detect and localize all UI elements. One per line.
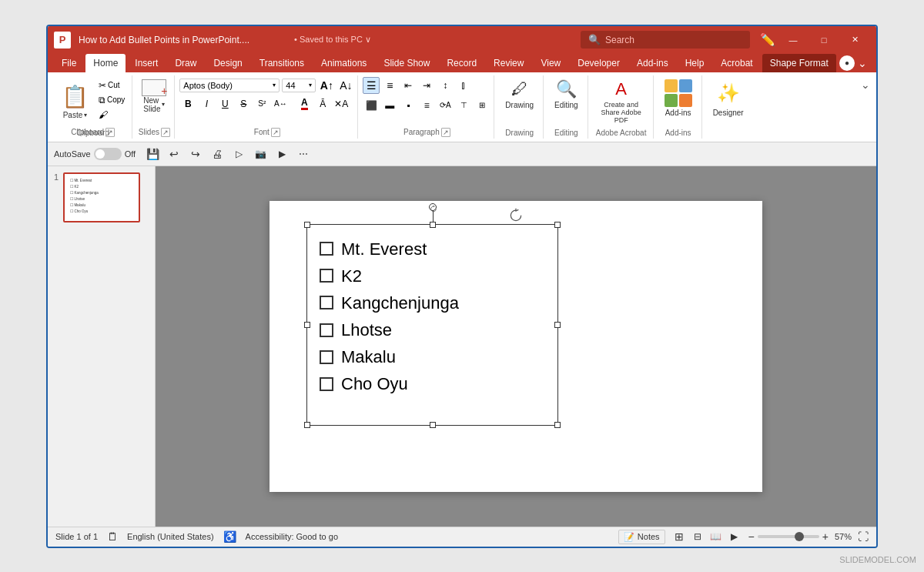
- slide-show-view-button[interactable]: ▶: [727, 529, 742, 544]
- slide-sorter-button[interactable]: ⊟: [690, 529, 705, 544]
- search-box[interactable]: 🔍: [581, 31, 750, 49]
- tab-add-ins[interactable]: Add-ins: [629, 54, 676, 72]
- character-spacing-button[interactable]: A↔: [272, 95, 289, 112]
- tab-transitions[interactable]: Transitions: [252, 54, 312, 72]
- decrease-indent-button[interactable]: ⇤: [400, 77, 417, 94]
- numbering-button[interactable]: ≡: [381, 77, 398, 94]
- clear-formatting-button[interactable]: ✕A: [333, 95, 350, 112]
- font-color-button[interactable]: A: [296, 95, 313, 112]
- rotate-handle[interactable]: [429, 203, 437, 211]
- designer-button[interactable]: ✨ Designer: [708, 77, 748, 119]
- cut-button[interactable]: ✂ Cut: [95, 79, 129, 92]
- handle-top-middle[interactable]: [430, 222, 436, 228]
- handle-top-right[interactable]: [554, 222, 561, 228]
- text-box[interactable]: Mt. Everest K2 Kangchenjunga Lhotse: [306, 224, 558, 426]
- search-input[interactable]: [605, 35, 736, 45]
- clipboard-dialog-launcher[interactable]: ↗: [105, 128, 115, 137]
- tab-animations[interactable]: Animations: [313, 54, 374, 72]
- tab-draw[interactable]: Draw: [167, 54, 204, 72]
- language-label[interactable]: English (United States): [127, 532, 214, 541]
- screenshot-button[interactable]: 📷: [251, 145, 270, 163]
- zoom-in-button[interactable]: +: [822, 530, 829, 543]
- text-highlight-button[interactable]: Ā: [314, 95, 331, 112]
- italic-button[interactable]: I: [198, 95, 215, 112]
- zoom-out-button[interactable]: −: [748, 530, 755, 543]
- underline-button[interactable]: U: [216, 95, 233, 112]
- line-spacing-button[interactable]: ↕: [437, 77, 454, 94]
- paragraph-dialog-launcher[interactable]: ↗: [441, 128, 450, 137]
- zoom-track[interactable]: [758, 535, 819, 538]
- ribbon-collapse-button[interactable]: ⌄: [861, 75, 870, 139]
- accessibility-label[interactable]: Accessibility: Good to go: [246, 532, 338, 541]
- tab-shape-format[interactable]: Shape Format: [762, 54, 836, 72]
- increase-font-size-button[interactable]: A↑: [318, 77, 335, 94]
- zoom-slider[interactable]: − +: [748, 530, 829, 543]
- tab-home[interactable]: Home: [85, 54, 126, 72]
- slides-dialog-launcher[interactable]: ↗: [161, 128, 170, 137]
- align-text-button[interactable]: ⊤: [455, 97, 472, 114]
- font-family-selector[interactable]: Aptos (Body) ▾: [179, 79, 280, 92]
- tab-view[interactable]: View: [533, 54, 568, 72]
- handle-middle-left[interactable]: [304, 322, 310, 328]
- decrease-font-size-button[interactable]: A↓: [337, 77, 354, 94]
- tab-design[interactable]: Design: [206, 54, 249, 72]
- handle-bottom-right[interactable]: [554, 422, 561, 428]
- handle-middle-right[interactable]: [554, 322, 561, 328]
- shadow-button[interactable]: S²: [253, 95, 270, 112]
- handle-bottom-middle[interactable]: [430, 422, 436, 428]
- new-slide-button[interactable]: + NewSlide▾: [137, 77, 171, 115]
- bold-button[interactable]: B: [179, 95, 196, 112]
- redo-button[interactable]: ↪: [186, 145, 205, 163]
- drawing-button[interactable]: 🖊 Drawing: [500, 77, 538, 112]
- close-button[interactable]: ✕: [839, 26, 870, 54]
- zoom-percent[interactable]: 57%: [835, 532, 852, 541]
- slide-canvas[interactable]: Mt. Everest K2 Kangchenjunga Lhotse: [270, 201, 762, 492]
- bullets-button[interactable]: ☰: [363, 77, 380, 94]
- paste-button[interactable]: 📋 Paste▾: [57, 77, 93, 126]
- ribbon-expand-button[interactable]: ⌄: [855, 55, 870, 71]
- copy-button[interactable]: ⧉ Copy: [95, 93, 129, 107]
- more-qat-button[interactable]: ⋯: [294, 145, 313, 163]
- tab-insert[interactable]: Insert: [127, 54, 166, 72]
- align-left-button[interactable]: ⬛: [363, 97, 380, 114]
- undo-button[interactable]: ↩: [165, 145, 183, 163]
- slide-thumbnail[interactable]: ☐ Mt. Everest ☐ K2 ☐ Kangchenjunga ☐ Lho…: [63, 172, 140, 222]
- add-ins-button[interactable]: Add-ins: [660, 77, 697, 119]
- font-dialog-launcher[interactable]: ↗: [271, 128, 280, 137]
- align-center-button[interactable]: ▬: [381, 97, 398, 114]
- tab-record[interactable]: Record: [439, 54, 484, 72]
- slide-show-qat-button[interactable]: ▶: [273, 145, 291, 163]
- align-right-button[interactable]: ▪: [400, 97, 417, 114]
- save-qat-button[interactable]: 💾: [143, 145, 162, 163]
- present-button[interactable]: ▷: [229, 145, 248, 163]
- zoom-thumb[interactable]: [795, 532, 804, 541]
- font-size-input[interactable]: 44 ▾: [282, 79, 316, 92]
- tab-file[interactable]: File: [54, 54, 84, 72]
- reading-view-button[interactable]: 📖: [708, 529, 724, 544]
- tab-acrobat[interactable]: Acrobat: [713, 54, 760, 72]
- normal-view-button[interactable]: ⊞: [671, 529, 687, 544]
- pen-icon[interactable]: ✏️: [758, 30, 778, 50]
- format-painter-button[interactable]: 🖌: [95, 108, 129, 122]
- justify-button[interactable]: ≡: [418, 97, 435, 114]
- strikethrough-button[interactable]: S: [235, 95, 252, 112]
- handle-bottom-left[interactable]: [304, 422, 310, 428]
- fit-slide-button[interactable]: ⛶: [858, 530, 869, 543]
- smartart-button[interactable]: ⊞: [474, 97, 490, 114]
- handle-top-left[interactable]: [304, 222, 310, 228]
- text-direction-button[interactable]: ⟳A: [437, 97, 454, 114]
- save-status[interactable]: • Saved to this PC ∨: [294, 35, 371, 45]
- editing-button[interactable]: 🔍 Editing: [550, 77, 583, 112]
- tab-review[interactable]: Review: [486, 54, 531, 72]
- increase-indent-button[interactable]: ⇥: [418, 77, 435, 94]
- columns-button[interactable]: ⫿: [455, 77, 472, 94]
- tab-developer[interactable]: Developer: [570, 54, 628, 72]
- notes-button[interactable]: 📝 Notes: [618, 530, 665, 544]
- tab-help[interactable]: Help: [678, 54, 712, 72]
- create-share-adobe-button[interactable]: A Create and Share Adobe PDF: [594, 77, 648, 126]
- slide-notes-icon[interactable]: 🗒: [107, 530, 118, 543]
- maximize-button[interactable]: □: [808, 26, 839, 54]
- tab-slide-show[interactable]: Slide Show: [376, 54, 437, 72]
- autosave-switch[interactable]: [94, 148, 122, 160]
- ribbon-display-toggle[interactable]: ●: [839, 55, 855, 71]
